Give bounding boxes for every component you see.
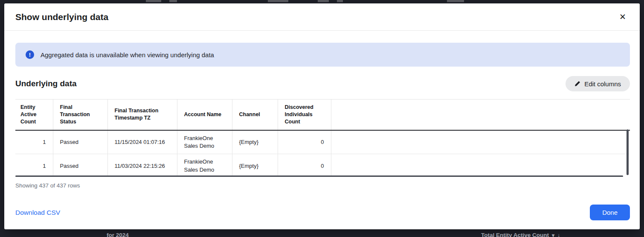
table-cell: FrankieOne Sales Demo [177,154,232,177]
table-cell: FrankieOne Sales Demo [177,130,232,154]
show-underlying-data-modal: Show underlying data ✕ ! Aggregated data… [4,3,640,229]
vertical-scrollbar[interactable] [627,129,629,175]
column-header: Final Transaction Status [53,99,107,130]
column-header: Entity Active Count [15,99,53,130]
column-header: Channel [232,99,278,130]
column-header-filler [331,99,630,130]
table-body: 1Passed11/15/2024 01:07:16FrankieOne Sal… [15,130,630,177]
background-fragment [169,0,177,2]
background-fragment [318,0,329,2]
table-row: 1Passed11/15/2024 01:07:16FrankieOne Sal… [15,130,630,154]
table-header-row: Entity Active CountFinal Transaction Sta… [15,99,630,130]
edit-columns-button[interactable]: Edit columns [566,76,630,91]
modal-body: ! Aggregated data is unavailable when vi… [4,31,640,205]
table-cell: 0 [278,130,331,154]
page-title: Show underlying data [15,12,108,22]
chevron-down-icon: ▾ [552,232,554,237]
edit-columns-label: Edit columns [584,80,621,88]
background-column-label: Total Entity Active Count [481,232,549,237]
table-cell: 11/03/2024 22:15:26 [107,154,177,177]
info-banner: ! Aggregated data is unavailable when vi… [15,43,630,67]
background-chart-caption: for 2024 [107,232,129,237]
pencil-icon [574,81,580,87]
table-cell: {Empty} [232,154,278,177]
table-cell-filler [331,130,630,154]
modal-header: Show underlying data ✕ [4,3,640,31]
background-column-header: Total Entity Active Count ▾ ↓ [481,232,560,237]
close-icon[interactable]: ✕ [616,11,629,23]
column-header: Account Name [177,99,232,130]
done-button[interactable]: Done [590,205,630,220]
table-cell-filler [331,154,630,177]
table-cell: 1 [15,130,53,154]
modal-footer: Download CSV Done [4,205,640,229]
download-csv-link[interactable]: Download CSV [15,209,60,217]
section-header-row: Underlying data Edit columns [15,76,630,91]
column-header: Final Transaction Timestamp TZ [107,99,177,130]
background-fragment [146,0,161,2]
info-icon: ! [26,50,34,59]
sort-down-icon: ↓ [557,232,560,237]
column-header: Discovered Individuals Count [278,99,331,130]
banner-text: Aggregated data is unavailable when view… [41,51,214,59]
table-cell: 0 [278,154,331,177]
table-cell: {Empty} [232,130,278,154]
background-fragment [447,0,464,2]
table-cell: Passed [53,130,107,154]
table-cell: Passed [53,154,107,177]
table-cell: 11/15/2024 01:07:16 [107,130,177,154]
section-title: Underlying data [15,79,77,88]
background-fragment [337,0,343,2]
background-fragment [268,0,288,2]
table-cell: 1 [15,154,53,177]
table-row: 1Passed11/03/2024 22:15:26FrankieOne Sal… [15,154,630,177]
row-count-text: Showing 437 of 437 rows [15,182,630,189]
horizontal-scrollbar[interactable] [15,176,623,177]
underlying-data-table: Entity Active CountFinal Transaction Sta… [15,99,630,177]
